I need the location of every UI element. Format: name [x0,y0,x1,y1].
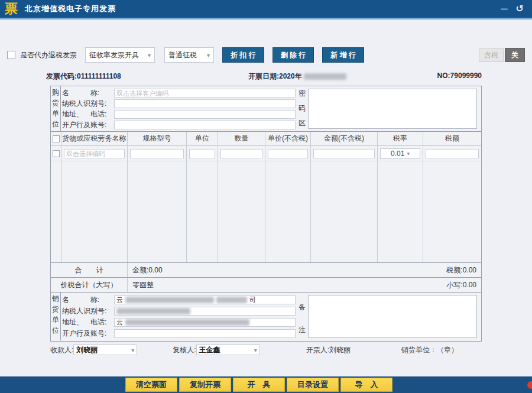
chevron-down-icon: ▾ [144,52,151,59]
invoice-number: NO:79099990 [437,72,482,80]
item-unit-price-input[interactable] [268,149,308,158]
seller-bank-input[interactable] [114,329,296,338]
buyer-taxid-row: 纳税人识别号: [62,99,296,109]
copy-invoice-button[interactable]: 复制开票 [179,378,231,392]
amount-in-words-label: 价税合计（大写） [51,278,128,292]
seller-bank-row: 开户行及账号: [62,329,296,339]
col-header-unit: 单位 [187,132,218,145]
refund-invoice-label: 是否代办退税发票 [20,50,77,60]
item-name-input[interactable] [64,149,125,158]
directory-settings-button[interactable]: 目录设置 [287,378,339,392]
footer-info-row: 收款人: 刘晓丽 ▾ 复核人: 王金鑫 ▾ 开票人: 刘晓丽 销货单位：（章） [50,344,482,356]
seller-address-redacted [125,319,249,326]
col-header-unit-price: 单价(不含税) [265,132,311,145]
seller-name-row: 名 称: 云 司 [62,295,296,306]
items-table-empty-body [51,161,481,262]
buyer-bank-row: 开户行及账号: [62,119,296,130]
buyer-address-label: 地址、 电话: [62,109,114,119]
row-checkbox[interactable] [53,150,60,157]
buyer-bank-input[interactable] [114,121,296,129]
password-area-label: 密码区 [297,86,307,131]
tax-rate-dropdown[interactable]: 0.01 ▾ [380,148,420,159]
buyer-name-label: 名 称: [62,88,114,98]
seller-stamp-label: 销货单位：（章） [401,345,458,355]
row-select-cell [51,146,61,161]
invoice-form: 购货单位 名 称: 纳税人识别号: 地址、 电话: 开户行及账号: [50,86,482,342]
seller-name-redacted [125,297,214,303]
app-logo-icon: 票 [5,1,18,17]
seller-taxid-row: 纳税人识别号: [62,306,296,317]
invoice-app-window: 票 北京增值税电子专用发票 ─ ↺ 是否代办退税发票 征收率发票开具 ▾ 普通征… [0,0,532,393]
seller-side-label: 销货单位 [51,293,61,340]
invoice-mode-value: 征收率发票开具 [89,50,139,60]
invoice-header-line: 发票代码:011111111108 开票日期:2020年 NO:79099990 [46,72,482,82]
seller-name-prefix: 云 [116,295,123,304]
titlebar-accent-line [0,18,532,20]
buyer-address-input[interactable] [114,110,296,119]
item-unit-input[interactable] [189,149,215,158]
seller-name-redacted [216,297,247,303]
item-tax-amount-input[interactable] [426,149,479,158]
remarks-label: 备注 [297,293,307,340]
item-spec-input[interactable] [130,149,184,158]
window-title: 北京增值税电子专用发票 [25,4,116,14]
buyer-section: 购货单位 名 称: 纳税人识别号: 地址、 电话: 开户行及账号: [51,86,481,132]
buyer-name-row: 名 称: [62,88,296,99]
items-table-header: 货物或应税劳务名称 规格型号 单位 数量 单价(不含税) 金额(不含税) 税率 … [51,132,481,146]
add-row-button[interactable]: 新 增 行 [322,47,364,63]
password-area-box [308,89,477,129]
clear-invoice-button[interactable]: 清空票面 [125,378,177,392]
col-header-item-name: 货物或应税劳务名称 [61,132,128,145]
reviewer-label: 复核人: [173,345,196,355]
payee-dropdown[interactable]: 刘晓丽 ▾ [73,345,137,355]
tax-type-value: 普通征税 [168,50,197,60]
back-icon[interactable]: ↺ [516,4,524,14]
issuer-label: 开票人: [306,345,329,355]
chevron-down-icon: ▾ [131,347,134,353]
payee-value: 刘晓丽 [76,345,98,355]
item-amount-input[interactable] [313,149,375,158]
col-header-amount: 金额(不含税) [311,132,378,145]
import-button[interactable]: 导 入 [340,378,392,392]
seller-address-prefix: 云 [116,318,123,327]
seller-name-label: 名 称: [62,295,114,305]
delete-row-button[interactable]: 删 除 行 [273,47,314,63]
buyer-taxid-input[interactable] [114,99,296,108]
seller-address-value[interactable]: 云 [114,318,296,327]
tax-type-dropdown[interactable]: 普通征税 ▾ [164,47,214,63]
discount-row-button[interactable]: 折 扣 行 [222,47,264,63]
col-header-quantity: 数量 [218,132,265,145]
col-header-spec: 规格型号 [128,132,187,145]
seller-name-value[interactable]: 云 司 [114,295,296,304]
seller-address-label: 地址、 电话: [62,317,114,327]
amount-in-figures: 小写:0.00 [446,280,481,290]
invoice-code: 发票代码:011111111108 [46,72,121,82]
refund-invoice-checkbox[interactable] [7,51,15,59]
buyer-taxid-label: 纳税人识别号: [62,99,114,109]
minimize-icon[interactable]: ─ [501,4,507,14]
remarks-box[interactable] [308,295,477,338]
tax-included-toggle[interactable]: 含税 [479,48,504,62]
seller-name-suffix: 司 [249,295,256,304]
select-all-cell [51,132,61,145]
invoice-mode-dropdown[interactable]: 征收率发票开具 ▾ [85,47,155,63]
issue-invoice-button[interactable]: 开 具 [233,378,285,392]
reviewer-value: 王金鑫 [199,345,220,355]
invoice-date-redacted [304,73,346,80]
tax-included-off-toggle[interactable]: 关 [505,48,525,62]
chevron-down-icon: ▾ [407,151,410,157]
toolbar: 是否代办退税发票 征收率发票开具 ▾ 普通征税 ▾ 折 扣 行 删 除 行 新 … [7,46,525,64]
seller-taxid-value[interactable] [114,307,296,316]
totals-row: 合 计 金额:0.00 税额:0.00 [51,262,481,277]
item-quantity-input[interactable] [220,149,262,158]
col-header-tax-amount: 税额 [423,132,481,145]
buyer-address-row: 地址、 电话: [62,109,296,120]
seller-section: 销货单位 名 称: 云 司 纳税人识别号: [51,292,481,340]
buyer-bank-label: 开户行及账号: [62,120,114,130]
buyer-name-input[interactable] [114,89,296,98]
chevron-down-icon: ▾ [203,52,210,59]
red-dot-indicator [527,381,532,389]
select-all-checkbox[interactable] [53,135,60,142]
totals-label: 合 计 [51,263,128,277]
reviewer-dropdown[interactable]: 王金鑫 ▾ [196,345,260,355]
